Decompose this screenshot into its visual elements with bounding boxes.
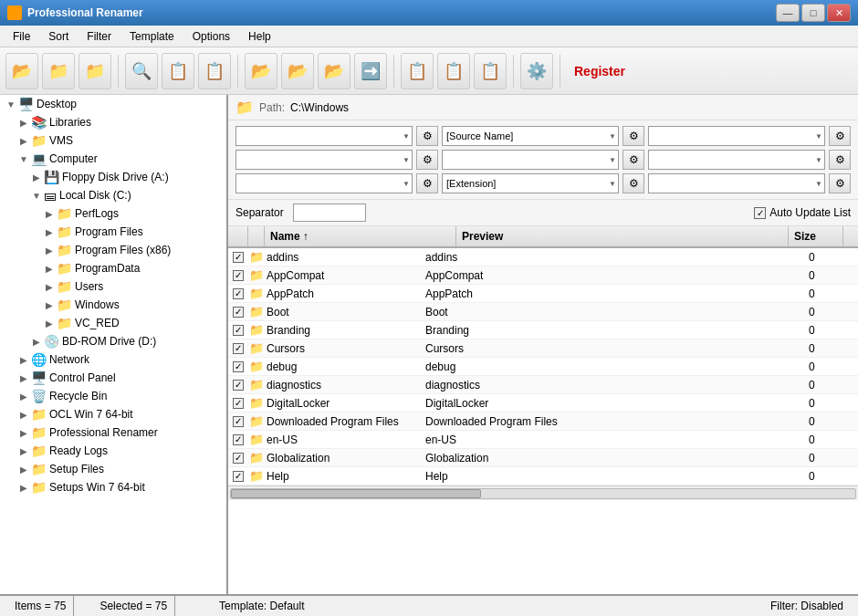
tree-item[interactable]: ▶📚Libraries (0, 113, 226, 131)
tree-item[interactable]: ▶📁Program Files (x86) (0, 241, 226, 259)
filter-gear-1c[interactable]: ⚙ (829, 126, 851, 146)
register-button[interactable]: Register (567, 60, 633, 82)
menu-item-template[interactable]: Template (120, 28, 183, 45)
filter-combo-2a[interactable]: ▼ (235, 150, 413, 170)
menu-item-options[interactable]: Options (183, 28, 239, 45)
filter-combo-2b[interactable]: ▼ (442, 150, 619, 170)
table-row[interactable]: ✓📁addinsaddins0 (228, 248, 858, 266)
menu-item-sort[interactable]: Sort (39, 28, 78, 45)
filter-combo-1b[interactable]: [Source Name] ▼ (442, 126, 619, 146)
filter-gear-3c[interactable]: ⚙ (829, 173, 851, 193)
tree-item[interactable]: ▶📁PerfLogs (0, 204, 226, 223)
tb-btn-4[interactable]: 🔍 (125, 53, 158, 89)
file-checkbox[interactable]: ✓ (233, 361, 244, 372)
file-preview-cell: en-US (420, 433, 803, 446)
filter-gear-1b[interactable]: ⚙ (623, 126, 644, 146)
h-scrollbar[interactable] (228, 485, 858, 500)
tb-btn-6[interactable]: 📋 (198, 53, 231, 89)
tree-item[interactable]: ▶🗑️Recycle Bin (0, 387, 226, 405)
tb-btn-7[interactable]: 📂 (245, 53, 277, 89)
file-checkbox[interactable]: ✓ (233, 288, 244, 299)
table-row[interactable]: ✓📁BootBoot0 (228, 303, 858, 321)
file-checkbox[interactable]: ✓ (233, 434, 244, 445)
filter-combo-3b[interactable]: [Extension] ▼ (442, 173, 619, 193)
file-checkbox[interactable]: ✓ (233, 398, 244, 409)
tb-btn-1[interactable]: 📂 (5, 53, 38, 89)
tree-item[interactable]: ▶📁Windows (0, 296, 226, 314)
tree-item[interactable]: ▶📁ProgramData (0, 259, 226, 277)
filter-gear-2a[interactable]: ⚙ (416, 150, 438, 170)
tree-item[interactable]: ▶📁VMS (0, 131, 226, 150)
tb-btn-14[interactable]: ⚙️ (520, 53, 553, 89)
file-checkbox[interactable]: ✓ (233, 380, 244, 391)
tree-item[interactable]: ▶🖥️Control Panel (0, 369, 226, 387)
table-row[interactable]: ✓📁GlobalizationGlobalization0 (228, 449, 858, 467)
col-scrollbar-header (843, 226, 858, 246)
tree-item[interactable]: ▶📁Program Files (0, 223, 226, 241)
tree-item[interactable]: ▼🖥️Desktop (0, 95, 226, 113)
tree-item[interactable]: ▶💿BD-ROM Drive (D:) (0, 332, 226, 350)
minimize-button[interactable]: — (776, 4, 800, 22)
tb-btn-10[interactable]: ➡️ (354, 53, 387, 89)
file-checkbox[interactable]: ✓ (233, 343, 244, 354)
table-row[interactable]: ✓📁diagnosticsdiagnostics0 (228, 376, 858, 394)
separator-input[interactable] (293, 204, 366, 222)
file-checkbox[interactable]: ✓ (233, 325, 244, 336)
tree-item[interactable]: ▼💻Computer (0, 150, 226, 168)
table-row[interactable]: ✓📁BrandingBranding0 (228, 321, 858, 339)
h-scroll-track[interactable] (230, 488, 856, 499)
filter-gear-3b[interactable]: ⚙ (623, 173, 644, 193)
tree-item[interactable]: ▶💾Floppy Disk Drive (A:) (0, 168, 226, 186)
tree-item[interactable]: ▶📁Users (0, 277, 226, 296)
tb-btn-11[interactable]: 📋 (401, 53, 434, 89)
tb-btn-12[interactable]: 📋 (437, 53, 470, 89)
filter-gear-2b[interactable]: ⚙ (623, 150, 644, 170)
tb-btn-9[interactable]: 📂 (318, 53, 351, 89)
table-row[interactable]: ✓📁HelpHelp0 (228, 467, 858, 485)
filter-combo-3a[interactable]: ▼ (235, 173, 413, 193)
filter-gear-2c[interactable]: ⚙ (829, 150, 851, 170)
file-checkbox[interactable]: ✓ (233, 307, 244, 318)
tb-btn-8[interactable]: 📂 (281, 53, 314, 89)
tree-item[interactable]: ▶📁Professional Renamer (0, 423, 226, 442)
tb-btn-5[interactable]: 📋 (162, 53, 194, 89)
filter-gear-1a[interactable]: ⚙ (416, 126, 438, 146)
col-header-name[interactable]: Name ↑ (265, 226, 456, 246)
maximize-button[interactable]: □ (801, 4, 825, 22)
h-scroll-thumb[interactable] (231, 489, 481, 498)
filter-combo-2c[interactable]: ▼ (648, 150, 825, 170)
col-header-size[interactable]: Size (789, 226, 843, 246)
menu-item-help[interactable]: Help (239, 28, 280, 45)
filter-combo-1a[interactable]: ▼ (235, 126, 413, 146)
table-row[interactable]: ✓📁Downloaded Program FilesDownloaded Pro… (228, 412, 858, 431)
file-checkbox[interactable]: ✓ (233, 453, 244, 464)
menu-item-filter[interactable]: Filter (78, 28, 120, 45)
table-row[interactable]: ✓📁CursorsCursors0 (228, 339, 858, 358)
tree-item[interactable]: ▶📁Setups Win 7 64-bit (0, 478, 226, 496)
file-checkbox[interactable]: ✓ (233, 270, 244, 281)
tree-item[interactable]: ▶📁Setup Files (0, 460, 226, 478)
tree-item[interactable]: ▼🖴Local Disk (C:) (0, 186, 226, 204)
tree-item[interactable]: ▶📁OCL Win 7 64-bit (0, 405, 226, 423)
menu-item-file[interactable]: File (4, 28, 39, 45)
table-row[interactable]: ✓📁debugdebug0 (228, 358, 858, 376)
col-header-preview[interactable]: Preview (456, 226, 789, 246)
filter-combo-1c[interactable]: ▼ (648, 126, 825, 146)
table-row[interactable]: ✓📁en-USen-US0 (228, 431, 858, 449)
tb-btn-2[interactable]: 📁 (42, 53, 75, 89)
table-row[interactable]: ✓📁DigitalLockerDigitalLocker0 (228, 394, 858, 412)
filter-combo-3c[interactable]: ▼ (648, 173, 825, 193)
filter-gear-3a[interactable]: ⚙ (416, 173, 438, 193)
tb-btn-3[interactable]: 📁 (78, 53, 111, 89)
table-row[interactable]: ✓📁AppPatchAppPatch0 (228, 285, 858, 303)
tb-btn-13[interactable]: 📋 (474, 53, 507, 89)
table-row[interactable]: ✓📁AppCompatAppCompat0 (228, 266, 858, 285)
file-checkbox[interactable]: ✓ (233, 471, 244, 482)
file-checkbox[interactable]: ✓ (233, 416, 244, 427)
auto-update-checkbox[interactable]: ✓ (754, 207, 766, 219)
close-button[interactable]: ✕ (827, 4, 851, 22)
tree-item[interactable]: ▶📁VC_RED (0, 314, 226, 332)
tree-item[interactable]: ▶📁Ready Logs (0, 442, 226, 460)
file-checkbox[interactable]: ✓ (233, 252, 244, 263)
tree-item[interactable]: ▶🌐Network (0, 350, 226, 369)
